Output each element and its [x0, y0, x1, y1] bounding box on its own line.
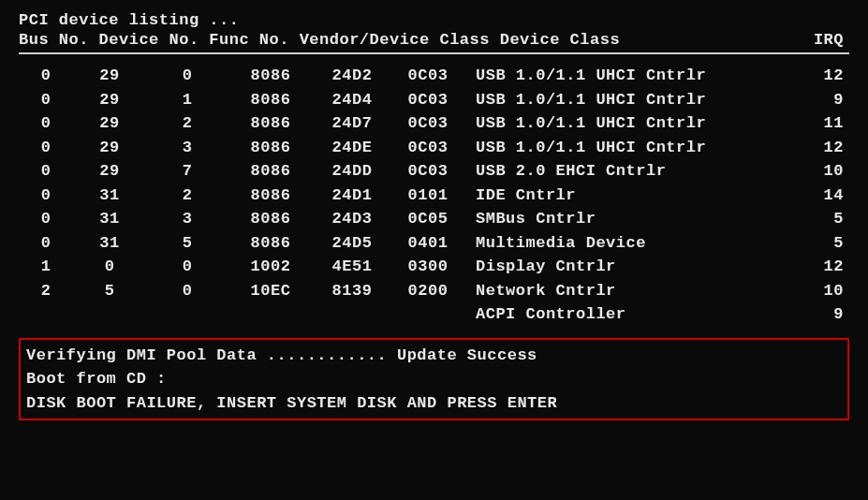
- vendor-id: 8086: [228, 64, 313, 88]
- func-no: 2: [146, 111, 228, 136]
- acpi-desc: ACPI Controller: [464, 302, 793, 327]
- table-row: 0293808624DE0C03USB 1.0/1.1 UHCI Cntrlr1…: [19, 136, 849, 160]
- func-no: 0: [146, 279, 228, 303]
- device-description: SMBus Cntrlr: [464, 207, 793, 231]
- class-code: 0C03: [391, 159, 464, 184]
- vendor-id: 8086: [228, 207, 313, 231]
- irq-value: 14: [793, 184, 849, 208]
- vendor-id: 8086: [228, 136, 313, 160]
- table-row: 0291808624D40C03USB 1.0/1.1 UHCI Cntrlr9: [19, 88, 849, 112]
- func-no: 2: [146, 184, 228, 208]
- bus-no: 0: [19, 184, 73, 208]
- device-no: 5: [73, 279, 146, 303]
- class-code: 0C05: [391, 207, 464, 231]
- header-columns-left: Bus No. Device No. Func No. Vendor/Devic…: [19, 31, 620, 49]
- table-row: 0292808624D70C03USB 1.0/1.1 UHCI Cntrlr1…: [19, 111, 849, 136]
- device-class-id: 24D1: [313, 184, 391, 208]
- func-no: 0: [146, 64, 228, 88]
- bus-no: 0: [19, 207, 73, 231]
- device-description: USB 1.0/1.1 UHCI Cntrlr: [464, 136, 793, 160]
- func-no: 3: [146, 136, 228, 160]
- irq-value: 5: [793, 231, 849, 256]
- class-code: 0300: [391, 255, 464, 279]
- irq-value: 9: [793, 88, 849, 112]
- boot-error-box: Verifying DMI Pool Data ............ Upd…: [19, 338, 849, 421]
- device-no: 29: [73, 64, 146, 88]
- pci-table: 0290808624D20C03USB 1.0/1.1 UHCI Cntrlr1…: [19, 64, 849, 302]
- device-class-id: 24D5: [313, 231, 391, 256]
- bus-no: 2: [19, 279, 73, 303]
- device-description: USB 2.0 EHCI Cntrlr: [464, 159, 793, 184]
- bus-no: 0: [19, 88, 73, 112]
- device-no: 29: [73, 88, 146, 112]
- header-irq: IRQ: [793, 31, 849, 49]
- vendor-id: 8086: [228, 159, 313, 184]
- class-code: 0C03: [391, 64, 464, 88]
- boot-from-cd-line: Boot from CD :: [26, 367, 842, 391]
- irq-value: 12: [793, 255, 849, 279]
- dmi-verify-line: Verifying DMI Pool Data ............ Upd…: [26, 344, 842, 368]
- vendor-id: 8086: [228, 111, 313, 136]
- table-row: 10010024E510300Display Cntrlr12: [19, 255, 849, 279]
- bus-no: 0: [19, 159, 73, 184]
- irq-value: 10: [793, 279, 849, 303]
- irq-value: 12: [793, 136, 849, 160]
- device-class-id: 24D7: [313, 111, 391, 136]
- table-row: 0297808624DD0C03USB 2.0 EHCI Cntrlr10: [19, 159, 849, 184]
- device-description: USB 1.0/1.1 UHCI Cntrlr: [464, 88, 793, 112]
- func-no: 3: [146, 207, 228, 231]
- pci-listing-title: PCI device listing ...: [19, 11, 849, 29]
- func-no: 0: [146, 255, 228, 279]
- bus-no: 0: [19, 111, 73, 136]
- vendor-id: 8086: [228, 88, 313, 112]
- bus-no: 0: [19, 231, 73, 256]
- device-no: 31: [73, 231, 146, 256]
- device-description: Network Cntrlr: [464, 279, 793, 303]
- device-class-id: 24DD: [313, 159, 391, 184]
- device-class-id: 24D2: [313, 64, 391, 88]
- table-row: 0313808624D30C05SMBus Cntrlr5: [19, 207, 849, 231]
- device-no: 29: [73, 159, 146, 184]
- table-row: 25010EC81390200Network Cntrlr10: [19, 279, 849, 303]
- table-row: 0315808624D50401Multimedia Device5: [19, 231, 849, 256]
- func-no: 7: [146, 159, 228, 184]
- class-code: 0C03: [391, 88, 464, 112]
- bus-no: 1: [19, 255, 73, 279]
- device-description: USB 1.0/1.1 UHCI Cntrlr: [464, 64, 793, 88]
- device-description: USB 1.0/1.1 UHCI Cntrlr: [464, 111, 793, 136]
- column-headers: Bus No. Device No. Func No. Vendor/Devic…: [19, 31, 849, 49]
- device-class-id: 4E51: [313, 255, 391, 279]
- device-class-id: 24DE: [313, 136, 391, 160]
- class-code: 0401: [391, 231, 464, 256]
- class-code: 0C03: [391, 111, 464, 136]
- bios-screen: PCI device listing ... Bus No. Device No…: [19, 11, 849, 420]
- irq-value: 5: [793, 207, 849, 231]
- table-row: 0290808624D20C03USB 1.0/1.1 UHCI Cntrlr1…: [19, 64, 849, 88]
- class-code: 0101: [391, 184, 464, 208]
- vendor-id: 8086: [228, 184, 313, 208]
- acpi-irq: 9: [793, 302, 849, 327]
- acpi-row: ACPI Controller 9: [19, 302, 849, 327]
- irq-value: 11: [793, 111, 849, 136]
- device-class-id: 8139: [313, 279, 391, 303]
- table-row: 0312808624D10101IDE Cntrlr14: [19, 184, 849, 208]
- vendor-id: 1002: [228, 255, 313, 279]
- class-code: 0C03: [391, 136, 464, 160]
- device-no: 31: [73, 207, 146, 231]
- func-no: 1: [146, 88, 228, 112]
- header-divider: [19, 52, 849, 54]
- device-no: 29: [73, 111, 146, 136]
- device-no: 29: [73, 136, 146, 160]
- device-description: Multimedia Device: [464, 231, 793, 256]
- bus-no: 0: [19, 64, 73, 88]
- vendor-id: 10EC: [228, 279, 313, 303]
- class-code: 0200: [391, 279, 464, 303]
- irq-value: 10: [793, 159, 849, 184]
- device-no: 31: [73, 184, 146, 208]
- device-description: IDE Cntrlr: [464, 184, 793, 208]
- bus-no: 0: [19, 136, 73, 160]
- disk-boot-failure-line: DISK BOOT FAILURE, INSERT SYSTEM DISK AN…: [26, 391, 842, 416]
- device-no: 0: [73, 255, 146, 279]
- irq-value: 12: [793, 64, 849, 88]
- vendor-id: 8086: [228, 231, 313, 256]
